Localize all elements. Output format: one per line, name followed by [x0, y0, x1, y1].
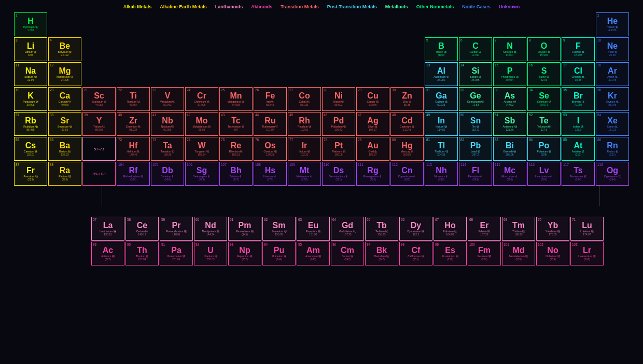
- element-Eu[interactable]: 63 Eu Europium 铕 151.96: [297, 217, 330, 241]
- element-W[interactable]: 74 W Tungsten 钨 183.84: [185, 137, 218, 161]
- element-Nh[interactable]: 113 Nh Nihonium 钅 (286): [425, 162, 458, 186]
- element-Sn[interactable]: 50 Sn Tin 锡 118.71: [459, 112, 492, 136]
- element-Pa[interactable]: 91 Pa Protactinium 镤 231.04: [160, 242, 193, 265]
- element-Ru[interactable]: 44 Ru Ruthenium 钌 101.07: [254, 112, 287, 136]
- element-Te[interactable]: 52 Te Tellurium 碲 127.6: [527, 112, 561, 136]
- element-Pm[interactable]: 61 Pm Promethium 钷 (145): [228, 217, 261, 241]
- element-Zn[interactable]: 30 Zn Zinc 锌 65.38: [390, 87, 424, 111]
- element-O[interactable]: 8 O Oxygen 氧 15.999: [527, 37, 561, 61]
- element-Lr[interactable]: 103 Lr Lawrencium 铹 (266): [570, 242, 604, 265]
- legend-alkaline-earth[interactable]: Alkaline Earth Metals: [160, 4, 207, 9]
- legend-other-nonmetals[interactable]: Other Nonmetals: [416, 4, 454, 9]
- legend-noble-gases[interactable]: Noble Gases: [462, 4, 491, 9]
- element-Tc[interactable]: 43 Tc Technetium 锝 (97): [219, 112, 253, 136]
- element-Ir[interactable]: 77 Ir Iridium 铱 192.22: [288, 137, 321, 161]
- element-V[interactable]: 23 V Vanadium 钒 50.942: [151, 87, 184, 111]
- element-Zr[interactable]: 40 Zr Zirconium 锆 91.224: [117, 112, 150, 136]
- element-Li[interactable]: 3 Li Lithium 锂 6.94: [14, 37, 47, 61]
- element-Th[interactable]: 90 Th Thorium 钍 232.04: [125, 242, 159, 265]
- element-Am[interactable]: 95 Am Americium 镅 (243): [297, 242, 330, 265]
- element-Mt[interactable]: 109 Mt Meitnerium 钅 (278): [288, 162, 321, 186]
- element-Rn[interactable]: 86 Rn Radon 氡 (222): [596, 137, 629, 161]
- element-Cm[interactable]: 96 Cm Curium 锔 (247): [331, 242, 364, 265]
- element-Cf[interactable]: 98 Cf Californium 锎 (251): [399, 242, 432, 265]
- element-Si[interactable]: 14 Si Silicon 硅 28.085: [459, 62, 492, 86]
- element-Lv[interactable]: 116 Lv Livermorium 钅 (293): [527, 162, 561, 186]
- legend-alkali-metals[interactable]: Alkali Metals: [123, 4, 152, 9]
- legend-transition-metals[interactable]: Transition Metals: [281, 4, 319, 9]
- element-C[interactable]: 6 C Carbon 碳 12.011: [459, 37, 492, 61]
- element-Fl[interactable]: 114 Fl Flerovium 钅 (289): [459, 162, 492, 186]
- element-Sg[interactable]: 106 Sg Seaborgium 钅 (269): [185, 162, 218, 186]
- element-B[interactable]: 5 B Boron 硼 (10.8): [425, 37, 458, 61]
- element-Lu[interactable]: 71 Lu Lutetium 镥 174.97: [570, 217, 604, 241]
- element-Mn[interactable]: 25 Mn Manganese 锰 54.938: [219, 87, 253, 111]
- element-Db[interactable]: 105 Db Dubnium 钅 (268): [151, 162, 184, 186]
- element-K[interactable]: 19 K Potassium 钾 39.098: [14, 87, 47, 111]
- element-Al[interactable]: 13 Al Aluminium 铝 26.982: [425, 62, 458, 86]
- element-Fe[interactable]: 26 Fe Iron 铁 55.845: [254, 87, 287, 111]
- element-Re[interactable]: 75 Re Rhenium 铼 186.21: [219, 137, 253, 161]
- legend-unknown[interactable]: Unknown: [499, 4, 520, 9]
- element-Gd[interactable]: 64 Gd Gadolinium 钆 157.25: [331, 217, 364, 241]
- element-Pb[interactable]: 82 Pb Lead 铅 207.2: [459, 137, 492, 161]
- element-Ac[interactable]: 89 Ac Actinium 锕 (227): [91, 242, 124, 265]
- element-Mg[interactable]: 12 Mg Magnesium 镁 24.305: [48, 62, 81, 86]
- element-Ag[interactable]: 47 Ag Silver 银 107.87: [356, 112, 389, 136]
- element-Bk[interactable]: 97 Bk Berkelium 锫 (247): [365, 242, 398, 265]
- element-Pr[interactable]: 59 Pr Praseodymium 镨 140.91: [160, 217, 193, 241]
- element-Br[interactable]: 35 Br Bromine 溴 79.904: [562, 87, 595, 111]
- element-I[interactable]: 53 I Iodine 碘 126.9: [562, 112, 595, 136]
- element-Ba[interactable]: 56 Ba Barium 钡 137.33: [48, 137, 81, 161]
- element-Yb[interactable]: 70 Yb Ytterbium 镱 173.05: [536, 217, 569, 241]
- element-Tm[interactable]: 69 Tm Thulium 铥 168.93: [502, 217, 535, 241]
- element-Ni[interactable]: 28 Ni Nickel 镍 58.693: [322, 87, 355, 111]
- element-Md[interactable]: 101 Md Mendelevium 钔 (258): [502, 242, 535, 265]
- element-Cl[interactable]: 17 Cl Chlorine 氯 35.45: [562, 62, 595, 86]
- element-Xe[interactable]: 54 Xe Xenon 氙 131.29: [596, 112, 629, 136]
- element-Mo[interactable]: 42 Mo Molybdenum 钼 95.95: [185, 112, 218, 136]
- element-P[interactable]: 15 P Phosphorus 磷 30.974: [493, 62, 526, 86]
- element-Ti[interactable]: 22 Ti Titanium 钛 47.867: [117, 87, 150, 111]
- element-Cd[interactable]: 48 Cd Cadmium 镉 112.41: [390, 112, 424, 136]
- element-Fm[interactable]: 100 Fm Fermium 镄 (257): [468, 242, 501, 265]
- element-Po[interactable]: 84 Po Polonium 钋 (209): [527, 137, 561, 161]
- element-At[interactable]: 85 At Astatine 砹 (210): [562, 137, 595, 161]
- element-Ar[interactable]: 18 Ar Argon 氩 39.948: [596, 62, 629, 86]
- element-S[interactable]: 16 S Sulfur 硫 32.06: [527, 62, 561, 86]
- element-Rb[interactable]: 37 Rb Rubidium 铷 85.468: [14, 112, 47, 136]
- element-Pt[interactable]: 78 Pt Platinum 铂 195.08: [322, 137, 355, 161]
- element-In[interactable]: 49 In Indium 铟 114.82: [425, 112, 458, 136]
- element-Ta[interactable]: 73 Ta Tantalum 钽 180.95: [151, 137, 184, 161]
- element-Kr[interactable]: 36 Kr Krypton 氪 83.798: [596, 87, 629, 111]
- element-Bi[interactable]: 83 Bi Bismuth 铋 208.98: [493, 137, 526, 161]
- element-La[interactable]: 57 La Lanthanum 镧 138.91: [91, 217, 124, 241]
- element-No[interactable]: 102 No Nobelium 锘 (259): [536, 242, 569, 265]
- element-N[interactable]: 7 N Nitrogen 氮 14.007: [493, 37, 526, 61]
- element-Sb[interactable]: 51 Sb Antimony 锑 121.76: [493, 112, 526, 136]
- element-Er[interactable]: 68 Er Erbium 铒 167.26: [468, 217, 501, 241]
- element-Ga[interactable]: 31 Ga Gallium 镓 69.723: [425, 87, 458, 111]
- element-Pu[interactable]: 94 Pu Plutonium 钚 (244): [262, 242, 296, 265]
- element-Rf[interactable]: 104 Rf Rutherfordium 钌 (267): [117, 162, 150, 186]
- element-Mc[interactable]: 115 Mc Moscovium 钅 (290): [493, 162, 526, 186]
- element-Hs[interactable]: 108 Hs Hassium 钅 (277): [254, 162, 287, 186]
- legend-post-transition[interactable]: Post-Transition Metals: [327, 4, 377, 9]
- element-Rg[interactable]: 111 Rg Roentgenium 钅 (282): [356, 162, 389, 186]
- element-Sc[interactable]: 21 Sc Scandium 钪 44.956: [82, 87, 116, 111]
- element-Be[interactable]: 4 Be Beryllium 铍 9.0122: [48, 37, 81, 61]
- element-Og[interactable]: 118 Og Oganesson 气 (294): [596, 162, 629, 186]
- element-Nd[interactable]: 60 Nd Neodymium 钕 144.24: [194, 217, 227, 241]
- element-He[interactable]: 2 He Helium 氦 4.0026: [596, 12, 629, 36]
- element-Ca[interactable]: 20 Ca Calcium 钙 40.078: [48, 87, 81, 111]
- element-Y[interactable]: 39 Y Yttrium 钇 88.906: [82, 112, 116, 136]
- element-Hf[interactable]: 72 Hf Hafnium 铪 178.49: [117, 137, 150, 161]
- legend-metalloids[interactable]: Metalloids: [385, 4, 408, 9]
- element-Nb[interactable]: 41 Nb Niobium 铌 92.906: [151, 112, 184, 136]
- element-Cu[interactable]: 29 Cu Copper 铜 63.546: [356, 87, 389, 111]
- element-Co[interactable]: 27 Co Cobalt 钴 58.933: [288, 87, 321, 111]
- element-Sr[interactable]: 38 Sr Strontium 锶 87.62: [48, 112, 81, 136]
- element-As[interactable]: 33 As Arsenic 砷 74.922: [493, 87, 526, 111]
- element-Dy[interactable]: 66 Dy Dysprosium 镝 162.5: [399, 217, 432, 241]
- element-Fr[interactable]: 87 Fr Francium 钫 (223): [14, 162, 47, 186]
